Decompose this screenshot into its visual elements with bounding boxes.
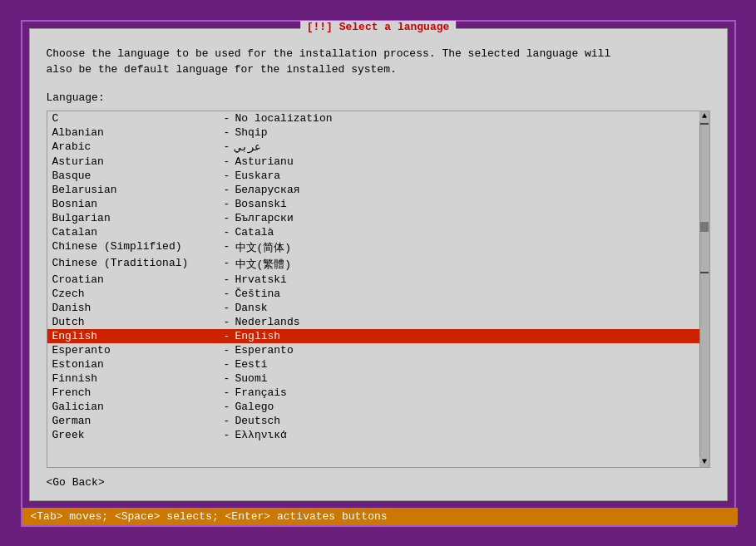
list-item[interactable]: French-Français xyxy=(47,386,699,400)
scroll-marker-mid xyxy=(700,272,709,273)
lang-dash: - xyxy=(219,198,235,210)
status-text: <Tab> moves; <Space> selects; <Enter> ac… xyxy=(31,510,388,523)
list-item[interactable]: Chinese (Simplified)-中文(简体) xyxy=(47,239,699,256)
lang-name: Basque xyxy=(52,170,219,182)
lang-native: Беларуская xyxy=(235,184,694,196)
title-bar: [!!] Select a language xyxy=(300,21,457,33)
lang-native: Български xyxy=(235,212,694,224)
scrollbar[interactable]: ▲ ▼ xyxy=(699,111,709,467)
list-item[interactable]: Finnish-Suomi xyxy=(47,371,699,386)
lang-native: Suomi xyxy=(235,372,694,385)
scroll-track xyxy=(699,121,709,457)
lang-name: French xyxy=(52,386,219,399)
go-back-button[interactable]: <Go Back> xyxy=(47,476,105,489)
list-item[interactable]: Galician-Galego xyxy=(47,400,699,414)
window-inner: Choose the language to be used for the i… xyxy=(30,29,727,500)
lang-dash: - xyxy=(219,344,235,357)
lang-native: Català xyxy=(235,226,694,239)
lang-name: Esperanto xyxy=(52,344,219,357)
lang-native: Čeština xyxy=(235,288,694,300)
lang-name: Finnish xyxy=(52,372,219,385)
status-bar: <Tab> moves; <Space> selects; <Enter> ac… xyxy=(22,508,738,525)
list-item[interactable]: Esperanto-Esperanto xyxy=(47,343,699,357)
lang-dash: - xyxy=(219,401,235,413)
lang-native: 中文(简体) xyxy=(235,240,694,255)
outer-border: [!!] Select a language Choose the langua… xyxy=(21,20,736,527)
list-item[interactable]: Dutch-Nederlands xyxy=(47,315,699,329)
list-item[interactable]: Belarusian-Беларуская xyxy=(47,183,699,197)
lang-dash: - xyxy=(219,240,235,255)
lang-native: 中文(繁體) xyxy=(235,257,694,272)
lang-native: Dansk xyxy=(235,302,694,314)
lang-name: English xyxy=(52,330,219,342)
scroll-up-arrow[interactable]: ▲ xyxy=(699,111,709,121)
list-item[interactable]: Bulgarian-Български xyxy=(47,211,699,225)
lang-dash: - xyxy=(219,302,235,314)
lang-native: Nederlands xyxy=(235,316,694,328)
list-item[interactable]: Arabic-عربي xyxy=(47,140,699,155)
language-list[interactable]: C-No localizationAlbanian-ShqipArabic-عر… xyxy=(47,111,709,442)
list-item[interactable]: Danish-Dansk xyxy=(47,301,699,315)
lang-name: German xyxy=(52,415,219,427)
lang-dash: - xyxy=(219,112,235,125)
scroll-down-arrow[interactable]: ▼ xyxy=(699,457,709,467)
lang-name: C xyxy=(52,112,219,125)
list-item[interactable]: Estonian-Eesti xyxy=(47,357,699,371)
language-list-container[interactable]: C-No localizationAlbanian-ShqipArabic-عر… xyxy=(47,111,710,468)
lang-dash: - xyxy=(219,288,235,300)
list-item[interactable]: English-English xyxy=(47,329,699,343)
list-item[interactable]: Czech-Čeština xyxy=(47,287,699,301)
lang-native: Esperanto xyxy=(235,344,694,357)
list-item[interactable]: Greek-Ελληνικά xyxy=(47,428,699,442)
list-item[interactable]: German-Deutsch xyxy=(47,414,699,428)
list-item[interactable]: C-No localization xyxy=(47,111,699,125)
list-item[interactable]: Croatian-Hrvatski xyxy=(47,273,699,287)
lang-name: Danish xyxy=(52,302,219,314)
lang-native: No localization xyxy=(235,112,694,125)
scroll-marker-top xyxy=(700,123,709,125)
lang-name: Belarusian xyxy=(52,184,219,196)
lang-name: Dutch xyxy=(52,316,219,328)
lang-name: Czech xyxy=(52,288,219,300)
lang-native: Galego xyxy=(235,401,694,413)
lang-dash: - xyxy=(219,386,235,399)
lang-dash: - xyxy=(219,257,235,272)
lang-native: English xyxy=(235,330,694,342)
list-item[interactable]: Chinese (Traditional)-中文(繁體) xyxy=(47,256,699,273)
lang-name: Arabic xyxy=(52,140,219,154)
lang-dash: - xyxy=(219,212,235,224)
lang-native: Hrvatski xyxy=(235,273,694,286)
lang-name: Croatian xyxy=(52,273,219,286)
lang-name: Galician xyxy=(52,401,219,413)
lang-name: Asturian xyxy=(52,155,219,168)
language-list-inner: C-No localizationAlbanian-ShqipArabic-عر… xyxy=(47,111,709,467)
lang-dash: - xyxy=(219,358,235,371)
lang-dash: - xyxy=(219,273,235,286)
list-item[interactable]: Albanian-Shqip xyxy=(47,125,699,140)
title-text: [!!] Select a language xyxy=(307,21,450,33)
lang-name: Chinese (Traditional) xyxy=(52,257,219,272)
dialog-window: [!!] Select a language Choose the langua… xyxy=(29,28,728,501)
language-label: Language: xyxy=(47,91,710,104)
lang-name: Catalan xyxy=(52,226,219,239)
lang-dash: - xyxy=(219,184,235,196)
lang-native: عربي xyxy=(235,140,694,154)
lang-native: Deutsch xyxy=(235,415,694,427)
lang-name: Bulgarian xyxy=(52,212,219,224)
go-back-section: <Go Back> xyxy=(47,476,710,489)
lang-name: Bosnian xyxy=(52,198,219,210)
lang-dash: - xyxy=(219,226,235,239)
lang-native: Asturianu xyxy=(235,155,694,168)
lang-name: Chinese (Simplified) xyxy=(52,240,219,255)
lang-native: Euskara xyxy=(235,170,694,182)
lang-dash: - xyxy=(219,170,235,182)
lang-name: Albanian xyxy=(52,126,219,139)
list-item[interactable]: Basque-Euskara xyxy=(47,169,699,183)
lang-dash: - xyxy=(219,415,235,427)
scroll-thumb[interactable] xyxy=(700,222,709,232)
list-item[interactable]: Catalan-Català xyxy=(47,225,699,239)
lang-native: Shqip xyxy=(235,126,694,139)
lang-native: Ελληνικά xyxy=(235,429,694,441)
list-item[interactable]: Asturian-Asturianu xyxy=(47,155,699,169)
list-item[interactable]: Bosnian-Bosanski xyxy=(47,197,699,211)
